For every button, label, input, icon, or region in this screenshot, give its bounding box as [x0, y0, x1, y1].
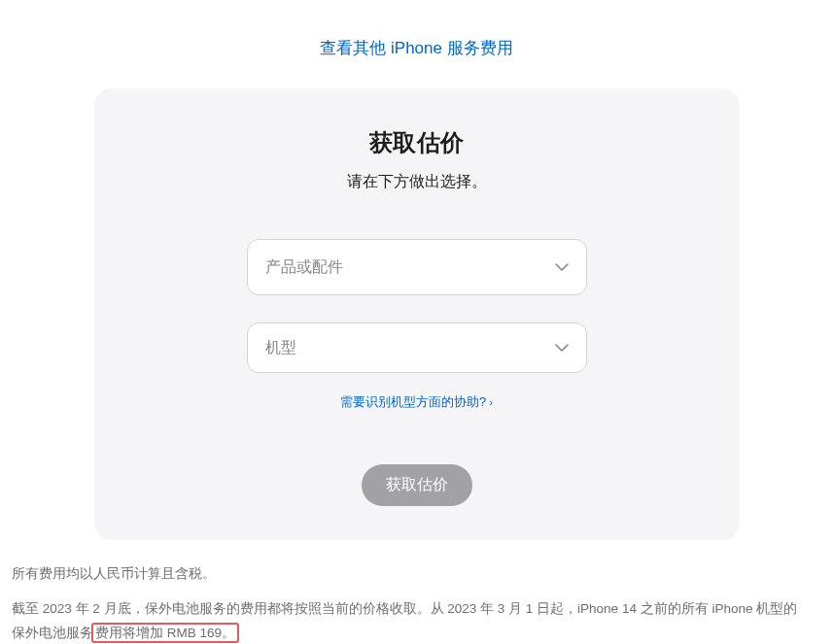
price-increase-highlight: 费用将增加 RMB 169。 — [91, 623, 239, 643]
model-select-wrapper: 机型 — [247, 322, 587, 373]
help-link-label: 需要识别机型方面的协助? — [340, 394, 486, 409]
other-services-link[interactable]: 查看其他 iPhone 服务费用 — [320, 39, 512, 57]
card-subtitle: 请在下方做出选择。 — [143, 172, 691, 192]
help-link-container: 需要识别机型方面的协助?› — [143, 392, 691, 411]
chevron-right-icon: › — [489, 396, 493, 408]
chevron-down-icon — [555, 263, 569, 271]
submit-wrapper: 获取估价 — [143, 464, 691, 506]
footnote-line-2: 截至 2023 年 2 月底，保外电池服务的费用都将按照当前的价格收取。从 20… — [12, 596, 809, 644]
estimate-card: 获取估价 请在下方做出选择。 产品或配件 机型 需要识别机型方面的协助?› 获取… — [94, 88, 740, 540]
footnote-section: 所有费用均以人民币计算且含税。 截至 2023 年 2 月底，保外电池服务的费用… — [12, 561, 809, 644]
footnote-line-1: 所有费用均以人民币计算且含税。 — [12, 561, 809, 587]
chevron-down-icon — [555, 344, 569, 352]
identify-model-help-link[interactable]: 需要识别机型方面的协助?› — [340, 394, 493, 409]
product-select-wrapper: 产品或配件 — [247, 239, 587, 295]
top-link-container: 查看其他 iPhone 服务费用 — [0, 0, 833, 88]
product-select-placeholder: 产品或配件 — [265, 257, 343, 278]
model-select[interactable]: 机型 — [247, 322, 587, 373]
model-select-placeholder: 机型 — [265, 338, 296, 358]
product-select[interactable]: 产品或配件 — [247, 239, 587, 295]
card-title: 获取估价 — [143, 127, 691, 158]
get-estimate-button[interactable]: 获取估价 — [362, 464, 472, 506]
